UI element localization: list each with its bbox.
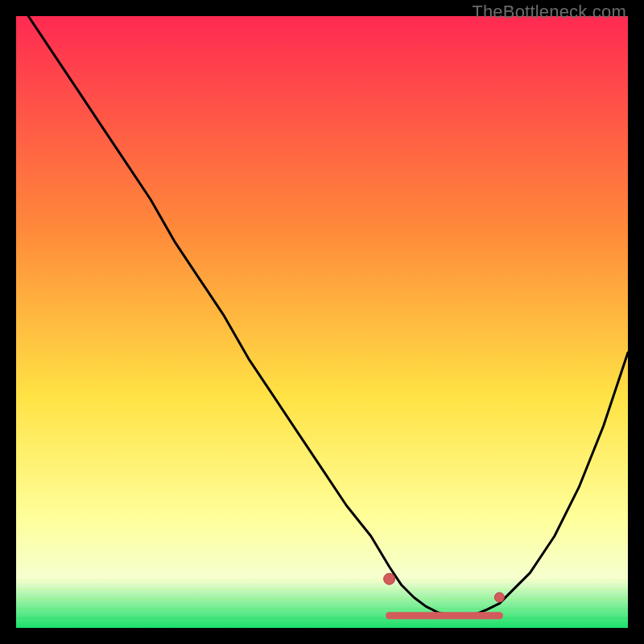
flat-end-marker <box>494 592 504 602</box>
flat-start-marker <box>384 573 395 584</box>
bottleneck-chart <box>16 16 628 628</box>
gradient-background <box>16 16 628 628</box>
chart-frame <box>16 16 628 628</box>
watermark-text: TheBottleneck.com <box>472 2 626 23</box>
